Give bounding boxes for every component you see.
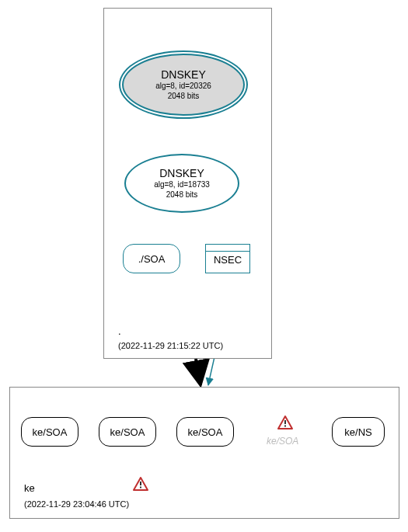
dnskey-ksk-bits: 2048 bits — [168, 92, 200, 102]
root-soa-label: ./SOA — [138, 253, 166, 265]
root-nsec: NSEC — [205, 244, 250, 273]
dnskey-zsk-alg: alg=8, id=18733 — [154, 180, 210, 190]
root-zone-ts: (2022-11-29 21:15:22 UTC) — [118, 341, 223, 350]
dnskey-zsk: DNSKEY alg=8, id=18733 2048 bits — [124, 154, 239, 213]
dnskey-zsk-title: DNSKEY — [159, 167, 204, 181]
ke-soa-4-ghost: ke/SOA — [267, 436, 298, 447]
ke-soa-1: ke/SOA — [21, 417, 78, 447]
ke-zone-name: ke — [24, 482, 35, 494]
warning-icon — [277, 416, 293, 429]
root-nsec-label: NSEC — [206, 254, 249, 266]
dnskey-ksk-alg: alg=8, id=20326 — [155, 82, 211, 92]
svg-rect-0 — [284, 420, 286, 424]
ke-zone-ts: (2022-11-29 23:04:46 UTC) — [24, 499, 129, 509]
svg-rect-3 — [140, 487, 141, 489]
warning-icon — [133, 477, 148, 491]
ke-soa-3: ke/SOA — [176, 417, 234, 447]
dnskey-ksk-title: DNSKEY — [161, 68, 206, 82]
ke-ns: ke/NS — [332, 417, 385, 447]
dnskey-ksk: DNSKEY alg=8, id=20326 2048 bits — [122, 54, 245, 116]
svg-rect-1 — [284, 426, 286, 427]
ke-soa-2: ke/SOA — [99, 417, 156, 447]
root-zone-name: . — [118, 325, 121, 337]
svg-rect-2 — [140, 482, 141, 485]
zone-ke: ke/SOA ke/SOA ke/SOA ke/SOA ke/NS ke (20… — [9, 387, 399, 519]
root-soa: ./SOA — [123, 244, 180, 273]
dnskey-zsk-bits: 2048 bits — [166, 190, 198, 200]
zone-root: DNSKEY alg=8, id=20326 2048 bits DNSKEY … — [103, 8, 272, 359]
